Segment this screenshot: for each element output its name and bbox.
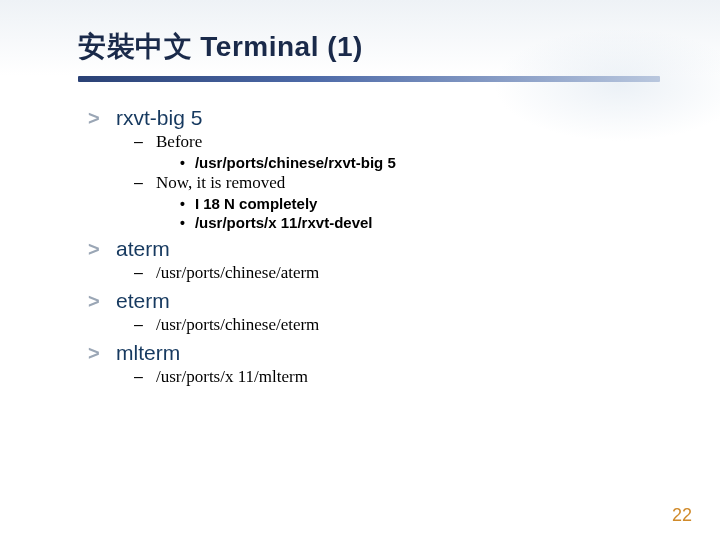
sub-item-label: /usr/ports/chinese/aterm bbox=[156, 263, 319, 283]
bullet-icon: • bbox=[180, 215, 185, 231]
chevron-right-icon: > bbox=[88, 107, 106, 130]
chevron-right-icon: > bbox=[88, 342, 106, 365]
bullet-item: • /usr/ports/x 11/rxvt-devel bbox=[180, 214, 660, 231]
content-area: > rxvt-big 5 – Before • /usr/ports/chine… bbox=[0, 82, 720, 387]
sub-item: – /usr/ports/x 11/mlterm bbox=[134, 367, 660, 387]
sub-item-label: /usr/ports/chinese/eterm bbox=[156, 315, 319, 335]
slide: 安裝中文 Terminal (1) > rxvt-big 5 – Before … bbox=[0, 0, 720, 540]
section-heading: > rxvt-big 5 bbox=[88, 106, 660, 130]
dash-icon: – bbox=[134, 368, 146, 386]
section-heading: > mlterm bbox=[88, 341, 660, 365]
section-heading: > eterm bbox=[88, 289, 660, 313]
section-text: aterm bbox=[116, 237, 170, 261]
page-number: 22 bbox=[672, 505, 692, 526]
dash-icon: – bbox=[134, 264, 146, 282]
sub-item-label: Now, it is removed bbox=[156, 173, 285, 193]
bullet-text: /usr/ports/x 11/rxvt-devel bbox=[195, 214, 373, 231]
bullet-item: • I 18 N completely bbox=[180, 195, 660, 212]
sub-item-label: /usr/ports/x 11/mlterm bbox=[156, 367, 308, 387]
dash-icon: – bbox=[134, 133, 146, 151]
bullet-text: /usr/ports/chinese/rxvt-big 5 bbox=[195, 154, 396, 171]
dash-icon: – bbox=[134, 316, 146, 334]
sub-item: – Now, it is removed bbox=[134, 173, 660, 193]
chevron-right-icon: > bbox=[88, 238, 106, 261]
section-text: eterm bbox=[116, 289, 170, 313]
section-text: rxvt-big 5 bbox=[116, 106, 202, 130]
dash-icon: – bbox=[134, 174, 146, 192]
page-title: 安裝中文 Terminal (1) bbox=[0, 28, 720, 76]
chevron-right-icon: > bbox=[88, 290, 106, 313]
bullet-text: I 18 N completely bbox=[195, 195, 318, 212]
sub-item: – /usr/ports/chinese/aterm bbox=[134, 263, 660, 283]
bullet-icon: • bbox=[180, 196, 185, 212]
section-heading: > aterm bbox=[88, 237, 660, 261]
bullet-item: • /usr/ports/chinese/rxvt-big 5 bbox=[180, 154, 660, 171]
sub-item: – Before bbox=[134, 132, 660, 152]
sub-item-label: Before bbox=[156, 132, 202, 152]
section-text: mlterm bbox=[116, 341, 180, 365]
sub-item: – /usr/ports/chinese/eterm bbox=[134, 315, 660, 335]
bullet-icon: • bbox=[180, 155, 185, 171]
